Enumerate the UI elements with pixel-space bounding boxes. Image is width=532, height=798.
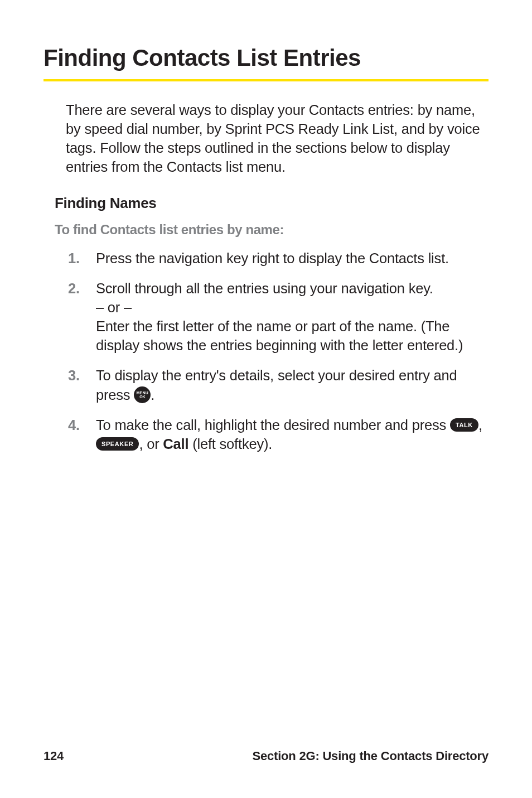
- step-item: 3. To display the entry's details, selec…: [68, 366, 489, 404]
- step-number: 2.: [68, 279, 96, 355]
- page-number: 124: [43, 749, 64, 763]
- step-text-a: Scroll through all the entries using you…: [96, 280, 433, 296]
- page-title: Finding Contacts List Entries: [43, 45, 489, 71]
- step-number: 3.: [68, 366, 96, 404]
- step-body: To display the entry's details, select y…: [96, 366, 489, 404]
- step-body: Press the navigation key right to displa…: [96, 249, 489, 268]
- step-text-post: .: [151, 387, 154, 403]
- accent-rule: [43, 79, 489, 81]
- section-label: Section 2G: Using the Contacts Directory: [252, 749, 489, 763]
- intro-paragraph: There are several ways to display your C…: [66, 100, 486, 177]
- procedure-label: To find Contacts list entries by name:: [43, 222, 489, 238]
- step-item: 4. To make the call, highlight the desir…: [68, 415, 489, 453]
- subheading: Finding Names: [43, 195, 489, 212]
- steps-list: 1. Press the navigation key right to dis…: [43, 249, 489, 454]
- menu-label: MENU: [137, 391, 148, 395]
- ok-label: OK: [139, 395, 145, 399]
- speaker-key-icon: SPEAKER: [96, 437, 139, 451]
- step-or: – or –: [96, 299, 132, 315]
- step-number: 1.: [68, 249, 96, 268]
- step-text-b: Enter the first letter of the name or pa…: [96, 318, 463, 353]
- talk-key-icon: TALK: [450, 418, 478, 432]
- sep1: ,: [478, 417, 482, 433]
- step-item: 1. Press the navigation key right to dis…: [68, 249, 489, 268]
- document-page: Finding Contacts List Entries There are …: [0, 0, 532, 453]
- call-softkey-label: Call: [163, 436, 188, 452]
- step-text-post: (left softkey).: [188, 436, 272, 452]
- sep2: , or: [139, 436, 163, 452]
- step-number: 4.: [68, 415, 96, 453]
- content-block: There are several ways to display your C…: [43, 100, 489, 177]
- step-body: Scroll through all the entries using you…: [96, 279, 489, 355]
- menu-ok-icon: MENU OK: [134, 386, 151, 403]
- step-body: To make the call, highlight the desired …: [96, 415, 489, 453]
- footer: 124 Section 2G: Using the Contacts Direc…: [43, 749, 489, 763]
- step-item: 2. Scroll through all the entries using …: [68, 279, 489, 355]
- step-text-pre: To make the call, highlight the desired …: [96, 417, 450, 433]
